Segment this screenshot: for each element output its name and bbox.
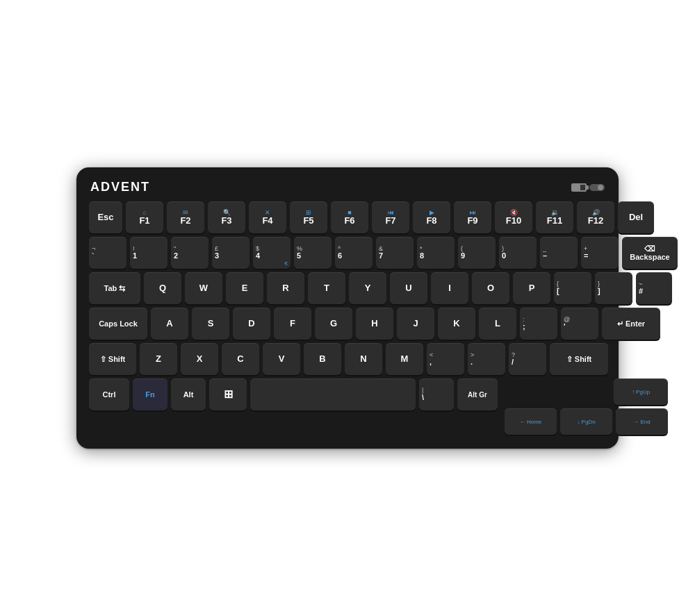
nav-top: ↑ PgUp [505, 378, 668, 405]
key-f2[interactable]: ✉ F2 [167, 201, 204, 233]
key-7[interactable]: & 7 [376, 237, 414, 269]
key-j[interactable]: J [397, 308, 434, 340]
key-a[interactable]: A [151, 308, 188, 340]
key-lbracket[interactable]: { [ [554, 272, 591, 304]
key-home[interactable]: ← Home [505, 408, 557, 435]
key-y[interactable]: Y [349, 272, 386, 304]
key-b[interactable]: B [304, 343, 341, 375]
key-2[interactable]: " 2 [171, 237, 208, 269]
key-f[interactable]: F [274, 308, 311, 340]
key-hash[interactable]: ~ # [636, 272, 672, 304]
key-s[interactable]: S [192, 308, 229, 340]
nav-bottom: ← Home ↓ PgDn → End [505, 408, 668, 435]
key-f5[interactable]: ⊞ F5 [290, 201, 327, 233]
key-o[interactable]: O [472, 272, 509, 304]
key-backtick[interactable]: ¬ ` [89, 237, 126, 269]
key-f12[interactable]: 🔊 F12 [577, 201, 614, 233]
shift-row: ⇧ Shift Z X C V B N M < , > . ? [89, 343, 606, 375]
key-f11[interactable]: 🔉 F11 [536, 201, 573, 233]
key-rbracket[interactable]: } ] [595, 272, 632, 304]
keyboard: ADVENT Esc ⌂ F1 ✉ F2 [76, 167, 619, 449]
key-minus[interactable]: _ – [540, 237, 578, 269]
key-space[interactable] [250, 378, 416, 410]
key-p[interactable]: P [513, 272, 550, 304]
key-period[interactable]: > . [468, 343, 505, 375]
key-backslash[interactable]: | \ [419, 378, 454, 410]
battery-level [573, 185, 580, 190]
key-win[interactable]: ⊞ [209, 378, 247, 410]
key-del[interactable]: Del [618, 201, 654, 233]
key-tab[interactable]: Tab ⇆ [89, 272, 140, 304]
key-equals[interactable]: + = [581, 237, 619, 269]
key-z[interactable]: Z [140, 343, 177, 375]
qwerty-row: Tab ⇆ Q W E R T Y U I O P { [ } ] [89, 272, 606, 304]
key-u[interactable]: U [390, 272, 427, 304]
key-9[interactable]: ( 9 [458, 237, 496, 269]
keyboard-wrapper: ADVENT Esc ⌂ F1 ✉ F2 [76, 167, 619, 449]
number-row: ¬ ` ! 1 " 2 £ 3 $ 4 € [89, 237, 606, 269]
key-rows: Esc ⌂ F1 ✉ F2 🔍 F3 ✕ F4 [89, 201, 606, 435]
key-k[interactable]: K [438, 308, 475, 340]
key-f4[interactable]: ✕ F4 [249, 201, 286, 233]
key-altgr[interactable]: Alt Gr [457, 378, 498, 410]
key-f3[interactable]: 🔍 F3 [208, 201, 245, 233]
key-pgup[interactable]: ↑ PgUp [614, 378, 668, 405]
nav-cluster: ↑ PgUp ← Home ↓ PgDn → End [505, 378, 668, 435]
key-3[interactable]: £ 3 [212, 237, 250, 269]
key-1[interactable]: ! 1 [130, 237, 167, 269]
key-f6[interactable]: ■ F6 [331, 201, 368, 233]
key-lshift[interactable]: ⇧ Shift [89, 343, 136, 375]
key-alt[interactable]: Alt [171, 378, 206, 410]
fn-row: Esc ⌂ F1 ✉ F2 🔍 F3 ✕ F4 [89, 201, 606, 233]
key-e[interactable]: E [226, 272, 263, 304]
key-end[interactable]: → End [616, 408, 668, 435]
key-enter[interactable]: ↵ Enter [602, 308, 660, 340]
key-ctrl[interactable]: Ctrl [89, 378, 129, 410]
key-quote[interactable]: @ ' [561, 308, 598, 340]
key-8[interactable]: * 8 [417, 237, 455, 269]
key-comma[interactable]: < , [427, 343, 464, 375]
key-f7[interactable]: ⏮ F7 [372, 201, 409, 233]
key-4[interactable]: $ 4 € [253, 237, 291, 269]
key-h[interactable]: H [356, 308, 393, 340]
key-d[interactable]: D [233, 308, 270, 340]
key-capslock[interactable]: Caps Lock [89, 308, 147, 340]
key-m[interactable]: M [386, 343, 423, 375]
key-f10[interactable]: 🔇 F10 [495, 201, 532, 233]
key-rshift[interactable]: ⇧ Shift [550, 343, 608, 375]
key-q[interactable]: Q [144, 272, 181, 304]
battery-indicator [571, 183, 605, 192]
key-f1[interactable]: ⌂ F1 [126, 201, 163, 233]
key-f8[interactable]: ▶ F8 [413, 201, 450, 233]
key-0[interactable]: ) 0 [499, 237, 537, 269]
bottom-row: Ctrl Fn Alt ⊞ | \ Alt Gr [89, 378, 606, 435]
key-r[interactable]: R [267, 272, 304, 304]
key-6[interactable]: ^ 6 [335, 237, 373, 269]
key-l[interactable]: L [479, 308, 516, 340]
key-i[interactable]: I [431, 272, 468, 304]
key-pgdn[interactable]: ↓ PgDn [560, 408, 612, 435]
key-fn[interactable]: Fn [133, 378, 167, 410]
key-c[interactable]: C [222, 343, 259, 375]
key-g[interactable]: G [315, 308, 352, 340]
key-w[interactable]: W [185, 272, 222, 304]
power-switch[interactable] [589, 184, 605, 191]
key-t[interactable]: T [308, 272, 345, 304]
key-v[interactable]: V [263, 343, 300, 375]
battery-icon [571, 183, 587, 192]
key-semicolon[interactable]: : ; [520, 308, 557, 340]
key-f9[interactable]: ⏭ F9 [454, 201, 491, 233]
key-n[interactable]: N [345, 343, 382, 375]
home-row: Caps Lock A S D F G H J K L : ; @ ' [89, 308, 606, 340]
brand-name: ADVENT [90, 180, 150, 194]
key-slash[interactable]: ? / [509, 343, 546, 375]
key-x[interactable]: X [181, 343, 218, 375]
key-5[interactable]: % 5 [294, 237, 332, 269]
keyboard-top-bar: ADVENT [89, 180, 606, 194]
key-esc[interactable]: Esc [89, 201, 122, 233]
key-backspace[interactable]: ⌫ Backspace [622, 237, 678, 269]
